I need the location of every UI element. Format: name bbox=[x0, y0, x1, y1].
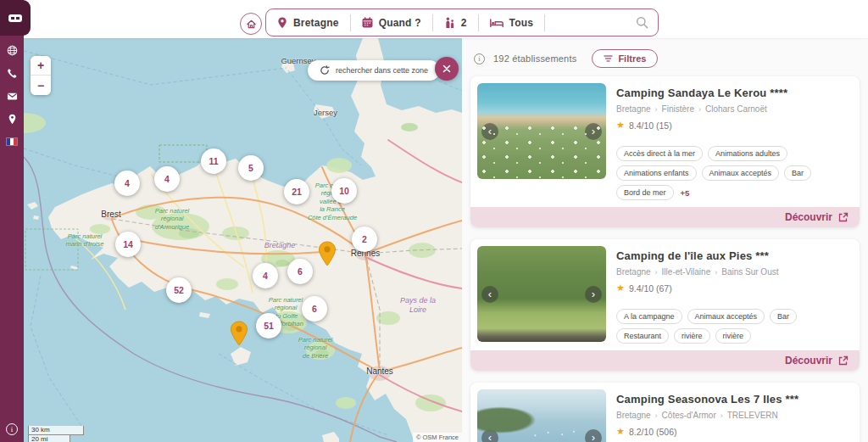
discover-label: Découvrir bbox=[785, 211, 832, 223]
search-accommodation[interactable]: Tous bbox=[479, 9, 545, 36]
breadcrumb-separator: › bbox=[655, 411, 658, 420]
refresh-icon bbox=[320, 65, 330, 76]
search-icon bbox=[636, 16, 648, 29]
breadcrumb-separator: › bbox=[655, 268, 658, 277]
chevron-right-icon[interactable]: › bbox=[585, 429, 602, 442]
breadcrumb: Bretagne›Finistère›Clohars Carnoët bbox=[616, 104, 853, 114]
chevron-left-icon[interactable]: ‹ bbox=[481, 286, 498, 303]
map-pin-marker[interactable] bbox=[318, 241, 337, 266]
home-icon bbox=[246, 19, 257, 30]
zoom-in-icon: + bbox=[37, 59, 44, 72]
discover-link[interactable]: Découvrir bbox=[470, 350, 860, 371]
location-button[interactable] bbox=[6, 113, 18, 125]
breadcrumb: Bretagne›Côtes-d'Armor›TRELEVERN bbox=[616, 411, 853, 420]
camping-card[interactable]: ‹ › Camping de l'île aux Pies *** Bretag… bbox=[470, 239, 860, 371]
search-dates[interactable]: Quand ? bbox=[351, 9, 432, 36]
map-cluster-marker[interactable]: 5 bbox=[238, 155, 264, 181]
map-attribution: © OSM France bbox=[413, 433, 462, 442]
map-cluster-marker[interactable]: 10 bbox=[331, 178, 357, 204]
search-bar: Bretagne Quand ? 2 Tous bbox=[265, 8, 659, 36]
search-submit-button[interactable] bbox=[636, 16, 648, 29]
card-body: ‹ › Camping de l'île aux Pies *** Bretag… bbox=[470, 239, 860, 350]
amenity-tag: Animaux acceptés bbox=[687, 309, 765, 324]
page: Bretagne Quand ? 2 Tous bbox=[0, 0, 868, 442]
discover-link[interactable]: Découvrir bbox=[470, 207, 860, 227]
card-rating: ★ 8.2/10 (506) bbox=[616, 426, 853, 437]
home-button[interactable] bbox=[240, 13, 262, 35]
map-scale-km: 30 km bbox=[28, 426, 84, 435]
destination-value: Bretagne bbox=[293, 17, 339, 29]
more-tags-badge[interactable]: +5 bbox=[681, 188, 690, 198]
close-icon bbox=[442, 64, 451, 73]
card-title: Camping Sandaya Le Kerou **** bbox=[616, 87, 853, 99]
zoom-out-button[interactable]: − bbox=[31, 76, 51, 95]
chevron-left-icon[interactable]: ‹ bbox=[481, 123, 498, 140]
card-rating: ★ 8.4/10 (15) bbox=[616, 120, 853, 131]
map-cluster-marker[interactable]: 52 bbox=[166, 277, 192, 303]
breadcrumb-separator: › bbox=[715, 268, 717, 277]
star-icon: ★ bbox=[616, 120, 625, 131]
card-info: Camping Sandaya Le Kerou **** Bretagne›F… bbox=[616, 83, 853, 200]
map-zoom-control: + − bbox=[31, 56, 51, 95]
camping-card[interactable]: ‹ › Camping Seasonova Les 7 Iles *** Bre… bbox=[470, 383, 860, 442]
search-this-zone-button[interactable]: rechercher dans cette zone bbox=[308, 60, 440, 81]
card-photo[interactable]: ‹ › bbox=[477, 83, 606, 179]
info-button[interactable]: i bbox=[6, 423, 18, 435]
card-body: ‹ › Camping Seasonova Les 7 Iles *** Bre… bbox=[470, 383, 860, 442]
contact-button[interactable] bbox=[6, 90, 18, 102]
search-guests[interactable]: 2 bbox=[433, 9, 478, 36]
info-icon[interactable]: i bbox=[474, 53, 485, 64]
topbar: Bretagne Quand ? 2 Tous bbox=[0, 0, 868, 38]
close-zone-button[interactable] bbox=[435, 57, 459, 81]
chevron-right-icon[interactable]: › bbox=[585, 286, 602, 303]
map[interactable]: GuernseyJerseyBrestParc naturel marin d'… bbox=[24, 38, 462, 442]
amenity-tag: A la campagne bbox=[616, 309, 682, 324]
map-cluster-marker[interactable]: 11 bbox=[201, 148, 226, 174]
chevron-left-icon[interactable]: ‹ bbox=[481, 429, 498, 442]
zoom-in-button[interactable]: + bbox=[31, 56, 51, 76]
phone-button[interactable] bbox=[6, 67, 18, 79]
map-pin-marker[interactable] bbox=[230, 321, 248, 346]
map-cluster-marker[interactable]: 51 bbox=[256, 313, 281, 338]
card-photo[interactable]: ‹ › bbox=[477, 246, 606, 342]
card-photo[interactable]: ‹ › bbox=[477, 389, 606, 442]
map-cluster-marker[interactable]: 6 bbox=[287, 259, 313, 284]
breadcrumb-separator: › bbox=[721, 411, 723, 420]
filters-button[interactable]: Filtres bbox=[592, 49, 658, 68]
logo-van-icon bbox=[8, 14, 22, 22]
card-rating: ★ 9.4/10 (67) bbox=[616, 283, 853, 294]
rating-value: 9.4/10 (67) bbox=[629, 283, 672, 294]
star-icon: ★ bbox=[616, 283, 625, 294]
breadcrumb-item: Ille-et-Vilaine bbox=[662, 267, 711, 277]
map-cluster-marker[interactable]: 2 bbox=[352, 227, 377, 252]
map-cluster-marker[interactable]: 21 bbox=[284, 179, 309, 204]
camping-card[interactable]: ‹ › Camping Sandaya Le Kerou **** Bretag… bbox=[470, 76, 860, 227]
zoom-out-icon: − bbox=[37, 79, 44, 92]
amenity-tag: Animations adultes bbox=[708, 146, 787, 161]
breadcrumb-item: Bretagne bbox=[616, 104, 651, 114]
map-cluster-marker[interactable]: 4 bbox=[253, 263, 278, 288]
language-flag-button[interactable] bbox=[6, 136, 18, 148]
map-base-layer bbox=[24, 38, 462, 442]
map-cluster-marker[interactable]: 4 bbox=[114, 171, 140, 196]
breadcrumb-item: Bretagne bbox=[616, 267, 651, 277]
zone-button-label: rechercher dans cette zone bbox=[336, 66, 428, 75]
card-tags: Accès direct à la merAnimations adultesA… bbox=[616, 146, 853, 200]
map-cluster-marker[interactable]: 6 bbox=[302, 296, 327, 322]
results-header: i 192 établissements Filtres bbox=[462, 38, 868, 75]
app-logo[interactable] bbox=[0, 0, 31, 36]
results-count: 192 établissements bbox=[493, 53, 576, 64]
breadcrumb-item: Côtes-d'Armor bbox=[662, 411, 716, 420]
card-info: Camping Seasonova Les 7 Iles *** Bretagn… bbox=[616, 389, 853, 442]
card-body: ‹ › Camping Sandaya Le Kerou **** Bretag… bbox=[470, 76, 860, 207]
chevron-right-icon[interactable]: › bbox=[585, 123, 602, 140]
bed-icon bbox=[490, 18, 504, 28]
breadcrumb-item: Finistère bbox=[662, 104, 694, 114]
map-cluster-marker[interactable]: 4 bbox=[154, 166, 180, 192]
phone-icon bbox=[7, 68, 18, 79]
map-cluster-marker[interactable]: 14 bbox=[115, 232, 141, 257]
globe-icon bbox=[7, 45, 18, 56]
search-destination[interactable]: Bretagne bbox=[266, 9, 350, 36]
amenity-tag: rivière bbox=[715, 328, 752, 344]
language-button[interactable] bbox=[6, 44, 18, 56]
